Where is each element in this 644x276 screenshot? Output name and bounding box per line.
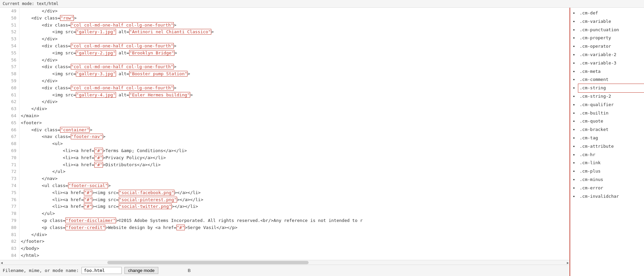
line-number: 80 — [0, 224, 19, 231]
cm-class-item-cm-error[interactable]: .cm-error — [578, 184, 644, 192]
line-content[interactable]: <img src="gallery-3.jpg" alt="Booster pu… — [19, 71, 570, 78]
line-content[interactable]: </body> — [19, 245, 570, 252]
cm-class-item-cm-link[interactable]: .cm-link — [578, 159, 644, 167]
line-content[interactable]: </nav> — [19, 175, 570, 182]
table-row: 70 <li><a href="#">Privacy Policy</a></l… — [0, 154, 570, 162]
line-content[interactable]: <div class="row"> — [19, 15, 570, 22]
table-row: 58 <img src="gallery-3.jpg" alt="Booster… — [0, 71, 570, 78]
line-content[interactable]: <li><a href="#">Distributors</a></li> — [19, 162, 570, 169]
table-row: 54 <div class="col col-md-one-half col-l… — [0, 43, 570, 50]
line-number: 62 — [0, 98, 19, 105]
line-content[interactable]: <div class="col col-md-one-half col-lg-o… — [19, 63, 570, 71]
line-content[interactable]: <img src="gallery-1.jpg" alt="Antinori n… — [19, 29, 570, 36]
line-content[interactable]: </div> — [19, 105, 570, 112]
line-content[interactable]: <footer> — [19, 120, 570, 127]
line-number: 66 — [0, 127, 19, 134]
cm-class-item-cm-invalidchar[interactable]: .cm-invalidchar — [578, 192, 644, 201]
line-number: 57 — [0, 63, 19, 71]
line-content[interactable]: <ul> — [19, 140, 570, 147]
line-content[interactable]: </ul> — [19, 210, 570, 217]
line-content[interactable]: <li><a href="#"><img src="social-pintere… — [19, 196, 570, 203]
cm-class-item-cm-bracket[interactable]: .cm-bracket — [578, 126, 644, 134]
horizontal-scrollbar[interactable]: ◀ ▶ — [0, 260, 570, 265]
table-row: 53 </div> — [0, 36, 570, 43]
line-content[interactable]: <div class="container"> — [19, 127, 570, 134]
cm-class-item-cm-qualifier[interactable]: .cm-qualifier — [578, 101, 644, 109]
cm-class-item-cm-string[interactable]: .cm-string — C — [578, 84, 644, 92]
cm-class-item-cm-property[interactable]: .cm-property — [578, 34, 644, 42]
line-content[interactable]: <ul class="footer-social"> — [19, 182, 570, 189]
table-row: 74 <ul class="footer-social"> — [0, 182, 570, 189]
cm-class-item-cm-variable-3[interactable]: .cm-variable-3 — [578, 59, 644, 67]
cm-class-item-cm-variable[interactable]: .cm-variable — [578, 17, 644, 26]
line-number: 77 — [0, 203, 19, 210]
line-content[interactable]: <p class="footer-disclaimer">©2015 Adobe… — [19, 217, 570, 224]
table-row: 66 <div class="container"> — [0, 127, 570, 134]
table-row: 67 <nav class="footer-nav"> — [0, 133, 570, 140]
line-content[interactable]: </main> — [19, 112, 570, 120]
line-number: 64 — [0, 112, 19, 120]
line-content[interactable]: </ul> — [19, 168, 570, 175]
line-content[interactable]: <li><a href="#"><img src="social-faceboo… — [19, 189, 570, 196]
scrollbar-thumb[interactable] — [107, 261, 309, 264]
line-content[interactable]: <img src="gallery-4.jpg" alt="Euler Herm… — [19, 92, 570, 99]
line-content[interactable]: </div> — [19, 78, 570, 85]
line-content[interactable]: <li><a href="#"><img src="social-twitter… — [19, 203, 570, 210]
line-number: 59 — [0, 78, 19, 85]
line-content[interactable]: <img src="gallery-2.jpg" alt="Brooklyn B… — [19, 50, 570, 57]
line-number: 56 — [0, 57, 19, 64]
line-content[interactable]: </div> — [19, 36, 570, 43]
cm-class-item-cm-variable-2[interactable]: .cm-variable-2 — [578, 51, 644, 59]
cm-class-item-cm-meta[interactable]: .cm-meta — [578, 67, 644, 76]
scroll-left-arrow[interactable]: ◀ — [1, 261, 3, 265]
cm-class-item-cm-hr[interactable]: .cm-hr — [578, 151, 644, 159]
line-number: 53 — [0, 36, 19, 43]
cm-class-item-cm-punctuation[interactable]: .cm-punctuation — [578, 26, 644, 34]
cm-class-item-cm-attribute[interactable]: .cm-attribute — [578, 142, 644, 151]
line-content[interactable]: </div> — [19, 98, 570, 105]
cm-class-item-cm-minus[interactable]: .cm-minus — [578, 176, 644, 184]
line-content[interactable]: <p class="footer-credit">Website design … — [19, 224, 570, 231]
cm-class-item-cm-comment[interactable]: .cm-comment — [578, 76, 644, 84]
cm-class-item-cm-tag[interactable]: .cm-tag — [578, 134, 644, 142]
table-row: 84</html> — [0, 252, 570, 259]
line-content[interactable]: <div class="col col-md-one-half col-lg-o… — [19, 22, 570, 29]
change-mode-button[interactable]: change mode — [124, 267, 158, 274]
code-area[interactable]: 49 </div>50 <div class="row">51 <div cla… — [0, 8, 570, 260]
line-content[interactable]: <div class="col col-md-one-half col-lg-o… — [19, 85, 570, 92]
line-content[interactable]: <div class="col col-md-one-half col-lg-o… — [19, 43, 570, 50]
cm-class-item-cm-def[interactable]: .cm-def — [578, 9, 644, 17]
line-content[interactable]: </div> — [19, 231, 570, 238]
line-content[interactable]: </footer> — [19, 238, 570, 245]
table-row: 50 <div class="row"> — [0, 15, 570, 22]
line-content[interactable]: <li><a href="#">Terms &amp; Conditions</… — [19, 147, 570, 154]
line-number: 60 — [0, 85, 19, 92]
line-content[interactable]: </div> — [19, 57, 570, 64]
table-row: 83</body> — [0, 245, 570, 252]
bottom-bar: Filename, mime, or mode name: change mod… — [0, 265, 570, 276]
code-table: 49 </div>50 <div class="row">51 <div cla… — [0, 8, 570, 259]
line-content[interactable]: </html> — [19, 252, 570, 259]
line-number: 75 — [0, 189, 19, 196]
cm-class-item-cm-string-2[interactable]: .cm-string-2 — [578, 92, 644, 101]
table-row: 68 <ul> — [0, 140, 570, 147]
table-row: 80 <p class="footer-credit">Website desi… — [0, 224, 570, 231]
line-number: 52 — [0, 29, 19, 36]
cm-class-item-cm-quote[interactable]: .cm-quote — [578, 117, 644, 126]
table-row: 79 <p class="footer-disclaimer">©2015 Ad… — [0, 217, 570, 224]
table-row: 59 </div> — [0, 78, 570, 85]
table-row: 71 <li><a href="#">Distributors</a></li> — [0, 162, 570, 169]
line-number: 83 — [0, 245, 19, 252]
scroll-right-arrow[interactable]: ▶ — [567, 261, 569, 265]
mode-name-input[interactable] — [82, 267, 122, 274]
line-number: 84 — [0, 252, 19, 259]
cm-class-item-cm-builtin[interactable]: .cm-builtin — [578, 109, 644, 118]
cm-class-item-cm-operator[interactable]: .cm-operator — [578, 42, 644, 51]
table-row: 60 <div class="col col-md-one-half col-l… — [0, 85, 570, 92]
cm-class-item-cm-plus[interactable]: .cm-plus — [578, 167, 644, 176]
line-content[interactable]: </div> — [19, 8, 570, 15]
table-row: 56 </div> — [0, 57, 570, 64]
line-content[interactable]: <li><a href="#">Privacy Policy</a></li> — [19, 154, 570, 162]
line-content[interactable]: <nav class="footer-nav"> — [19, 133, 570, 140]
line-number: 63 — [0, 105, 19, 112]
